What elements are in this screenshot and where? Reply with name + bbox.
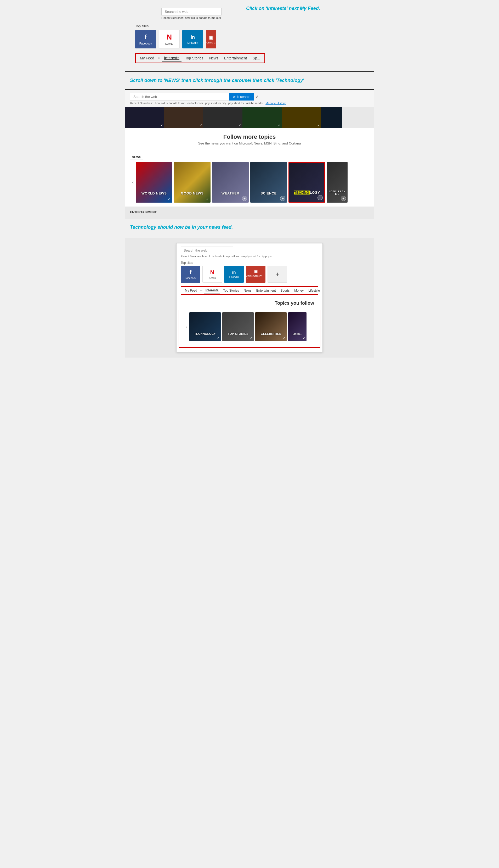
check-icon-3: ✓	[239, 123, 241, 127]
recent-item-3[interactable]: phy short for	[228, 102, 244, 105]
recent-item-3[interactable]: adobe reader	[246, 102, 263, 105]
tile-label-world: WORLD NEWS	[136, 191, 172, 195]
follow-tile-label-lifestyle: LIFES...	[288, 333, 306, 335]
bw-recent: Recent Searches: how old is donald trump…	[181, 255, 318, 258]
bw-tile-linkedin[interactable]: in Linkedin	[224, 266, 244, 283]
pencil-icon: ✏	[158, 56, 160, 60]
news-tile-science[interactable]: SCIENCE +	[250, 162, 287, 203]
follow-tile-label-celebrities: CELEBRITIES	[255, 332, 287, 335]
topic-card-4[interactable]: ✓	[242, 107, 282, 128]
bw-recent-item[interactable]: outlook.com	[231, 255, 246, 258]
tab-interests-1[interactable]: Interests	[162, 55, 181, 61]
tile-label-weather: WEATHER	[212, 191, 249, 195]
bw-search-input[interactable]	[181, 247, 233, 254]
bw-feed-tabs: My Feed ✏ Interests Top Stories News Ent…	[181, 286, 318, 295]
section3: web search A Recent Searches: how old is…	[125, 90, 374, 219]
bw-linkedin-name: Linkedin	[229, 276, 239, 278]
recent-item-3[interactable]: outlook.com	[187, 102, 203, 105]
crowd-bg	[255, 312, 287, 341]
news-tile-world[interactable]: WORLD NEWS ✓	[136, 162, 172, 203]
tile-label-technology: TECHNOLOGY	[289, 191, 324, 194]
bw-top-sites-label: Top sites	[177, 259, 322, 266]
follow-tiles-row: ‹ TECHNOLOGY ✓ TOP STORIES ✓ CELEBRITIES	[181, 312, 318, 345]
search-bar-3: web search A	[130, 93, 369, 101]
follow-tile-celebrities[interactable]: CELEBRITIES ✓	[255, 312, 287, 341]
top-sites-row-1: f Facebook N Netflix in Linkedin ▣ Onlin…	[135, 30, 369, 48]
news-carousel-section: NEWS ‹ WORLD NEWS ✓ GOOD NEWS ✓	[125, 151, 374, 206]
bw-tile-add[interactable]: +	[268, 266, 287, 283]
follow-topics-subtitle: See the news you want on Microsoft News,…	[130, 141, 369, 145]
feed-tabs-1: My Feed ✏ Interests Top Stories News Ent…	[135, 53, 265, 63]
tile-label-science: SCIENCE	[250, 191, 287, 195]
tile-plus-technology[interactable]: +	[317, 195, 323, 200]
carousel-row: ‹ WORLD NEWS ✓ GOOD NEWS ✓ WEATHER	[130, 162, 369, 203]
site-tile-netflix-1[interactable]: N Netflix	[159, 30, 180, 48]
topic-card-6[interactable]	[321, 107, 342, 128]
highlight-tech: TECHNO	[294, 191, 310, 194]
bw-tab-interests[interactable]: Interests	[204, 288, 220, 294]
follow-tile-technology[interactable]: TECHNOLOGY ✓	[189, 312, 221, 341]
news-tile-goodnews[interactable]: GOOD NEWS ✓	[174, 162, 210, 203]
tab-entertainment-1[interactable]: Entertainment	[222, 55, 249, 61]
check-icon-5: ✓	[317, 123, 320, 127]
bw-tab-sports[interactable]: Sports	[279, 288, 291, 293]
recent-item[interactable]: outl	[216, 16, 221, 19]
bw-tab-money[interactable]: Money	[293, 288, 305, 293]
manage-history-3[interactable]: Manage History	[266, 102, 285, 105]
follow-tile-check-lifestyle: ✓	[303, 336, 305, 340]
tile-check-goodnews: ✓	[206, 197, 209, 201]
topic-card-3[interactable]: ✓	[203, 107, 242, 128]
recent-item-3[interactable]: how old is donald trump	[155, 102, 185, 105]
tile-plus-weather[interactable]: +	[242, 196, 247, 201]
topic-card-2[interactable]: ✓	[164, 107, 203, 128]
search-input-3[interactable]	[130, 93, 229, 101]
bw-online-icon: ▣	[254, 269, 258, 274]
recent-item-3[interactable]: phy short for city	[205, 102, 226, 105]
site-name-netflix: Netflix	[165, 43, 173, 46]
tile-check-world: ✓	[168, 197, 171, 201]
bw-tab-lifestyle[interactable]: Lifestyle	[307, 288, 321, 293]
bw-tile-netflix[interactable]: N Netflix	[203, 266, 222, 283]
site-name-facebook: Facebook	[139, 42, 152, 45]
carousel-arrow-left[interactable]: ‹	[130, 180, 136, 185]
bw-tab-news[interactable]: News	[242, 288, 253, 293]
bw-recent-item[interactable]: how old is donald trump	[202, 255, 230, 258]
tab-news-1[interactable]: News	[207, 55, 220, 61]
news-tile-noticias[interactable]: NOTICIAS EN E... +	[327, 162, 348, 203]
entertainment-label: ENTERTAINMENT	[125, 211, 374, 214]
site-tile-facebook-1[interactable]: f Facebook	[135, 30, 156, 48]
bw-tab-entertainment[interactable]: Entertainment	[255, 288, 278, 293]
tile-plus-science[interactable]: +	[280, 196, 285, 201]
tile-plus-noticias[interactable]: +	[341, 196, 346, 201]
recent-searches-1: Recent Searches: how old is donald trump…	[161, 16, 221, 19]
recent-item[interactable]: how old is donald trump	[185, 16, 216, 19]
bw-tab-topstories[interactable]: Top Stories	[222, 288, 241, 293]
search-input-1[interactable]	[161, 8, 221, 15]
follow-topics-title: Follow more topics	[130, 133, 369, 140]
follow-tile-lifestyle[interactable]: LIFES... ✓	[288, 312, 306, 341]
bw-netflix-icon: N	[210, 269, 215, 276]
bw-tile-online[interactable]: ▣ Online Grocery D...	[246, 266, 266, 283]
follow-tile-topstories[interactable]: TOP STORIES ✓	[222, 312, 254, 341]
news-tile-weather[interactable]: WEATHER +	[212, 162, 249, 203]
bw-tab-myfeed[interactable]: My Feed	[183, 288, 199, 293]
bw-tile-facebook[interactable]: f Facebook	[181, 266, 200, 283]
search-button-3[interactable]: web search	[229, 93, 254, 100]
topic-card-1[interactable]: ✓	[125, 107, 164, 128]
tab-myfeed-1[interactable]: My Feed	[138, 55, 156, 61]
check-icon-1: ✓	[160, 123, 163, 127]
bw-recent-item[interactable]: phy short for city	[245, 255, 265, 258]
topic-card-5[interactable]: ✓	[282, 107, 321, 128]
tab-topstories-1[interactable]: Top Stories	[183, 55, 206, 61]
section5: Recent Searches: how old is donald trump…	[125, 238, 374, 358]
news-tile-technology[interactable]: TECHNOLOGY +	[289, 162, 325, 203]
follow-tile-label-tech: TECHNOLOGY	[189, 332, 221, 335]
bw-recent-item[interactable]: phy s...	[266, 255, 274, 258]
bw-linkedin-icon: in	[232, 270, 236, 275]
tile-label-goodnews: GOOD NEWS	[174, 191, 210, 195]
bw-search-area: Recent Searches: how old is donald trump…	[177, 243, 322, 259]
site-tile-online-1[interactable]: ▣ Online G	[206, 30, 216, 48]
follow-arrow-left[interactable]: ‹	[185, 324, 188, 329]
tab-sp-1[interactable]: Sp...	[251, 55, 262, 61]
site-tile-linkedin-1[interactable]: in Linkedin	[182, 30, 203, 48]
